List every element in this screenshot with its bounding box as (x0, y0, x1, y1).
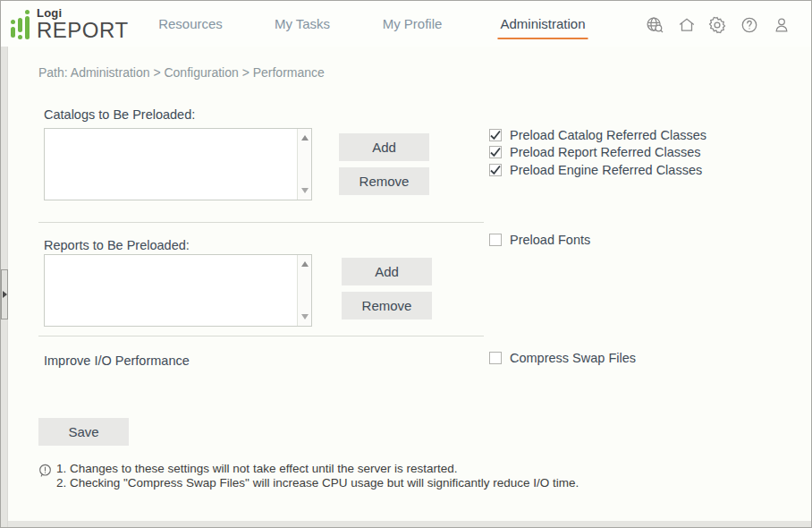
sidebar-splitter (1, 47, 8, 527)
global-search-icon[interactable] (645, 15, 664, 35)
logo-text-bottom: REPORT (37, 20, 129, 41)
scroll-up-icon[interactable] (301, 261, 309, 267)
compress-swap-files-checkbox[interactable] (489, 352, 502, 364)
save-button[interactable]: Save (38, 418, 129, 446)
app-window: Logi REPORT Resources My Tasks My Profil… (0, 0, 812, 528)
logi-report-logo[interactable]: Logi REPORT (11, 7, 129, 41)
note-line-2: 2. Checking "Compress Swap Files" will i… (56, 476, 579, 490)
nav-item-resources[interactable]: Resources (156, 16, 225, 38)
catalogs-listbox-scrollbar[interactable] (297, 129, 311, 200)
chevron-right-icon (3, 291, 7, 298)
section-divider (38, 222, 484, 223)
top-navbar: Logi REPORT Resources My Tasks My Profil… (1, 1, 811, 47)
preload-engine-classes-checkbox[interactable] (489, 164, 502, 176)
option-row: Preload Engine Referred Classes (489, 163, 702, 177)
home-icon[interactable] (677, 15, 697, 35)
io-performance-label: Improve I/O Performance (44, 353, 190, 368)
catalogs-listbox[interactable] (44, 128, 312, 200)
remove-report-button[interactable]: Remove (342, 292, 432, 319)
preload-catalog-classes-checkbox[interactable] (489, 129, 502, 141)
user-icon[interactable] (772, 15, 791, 35)
horizontal-scrollbar[interactable] (8, 521, 811, 527)
section-divider (38, 336, 484, 336)
info-icon (38, 464, 52, 477)
option-row: Compress Swap Files (489, 351, 636, 365)
checkbox-label: Compress Swap Files (510, 351, 636, 365)
settings-gear-icon[interactable] (707, 15, 727, 35)
reports-listbox[interactable] (44, 254, 312, 327)
sidebar-expand-handle[interactable] (1, 269, 8, 319)
check-icon (489, 164, 502, 176)
scroll-down-icon[interactable] (301, 188, 309, 193)
catalogs-label: Catalogs to Be Preloaded: (44, 107, 195, 122)
notes-text: 1. Changes to these settings will not ta… (56, 462, 579, 490)
add-catalog-button[interactable]: Add (339, 133, 429, 161)
preload-report-classes-checkbox[interactable] (489, 146, 502, 158)
option-row: Preload Fonts (489, 233, 590, 247)
nav-item-administration[interactable]: Administration (497, 16, 588, 39)
check-icon (489, 146, 502, 158)
nav-item-my-tasks[interactable]: My Tasks (272, 16, 333, 38)
nav-item-my-profile[interactable]: My Profile (380, 16, 445, 38)
check-icon (489, 129, 502, 141)
preload-fonts-checkbox[interactable] (489, 234, 502, 246)
reports-label: Reports to Be Preloaded: (44, 238, 190, 252)
option-row: Preload Catalog Referred Classes (489, 128, 706, 142)
remove-catalog-button[interactable]: Remove (339, 167, 429, 195)
add-report-button[interactable]: Add (342, 258, 432, 285)
checkbox-label: Preload Engine Referred Classes (510, 163, 702, 177)
checkbox-label: Preload Fonts (510, 233, 590, 247)
checkbox-label: Preload Report Referred Classes (510, 145, 701, 159)
scroll-up-icon[interactable] (301, 135, 309, 141)
note-line-1: 1. Changes to these settings will not ta… (56, 462, 579, 476)
help-icon[interactable] (740, 15, 759, 35)
checkbox-label: Preload Catalog Referred Classes (510, 128, 706, 142)
scroll-down-icon[interactable] (301, 314, 309, 319)
reports-listbox-scrollbar[interactable] (297, 255, 311, 326)
breadcrumb: Path: Administration > Configuration > P… (38, 65, 325, 80)
logo-bars-icon (11, 9, 34, 41)
option-row: Preload Report Referred Classes (489, 145, 701, 159)
